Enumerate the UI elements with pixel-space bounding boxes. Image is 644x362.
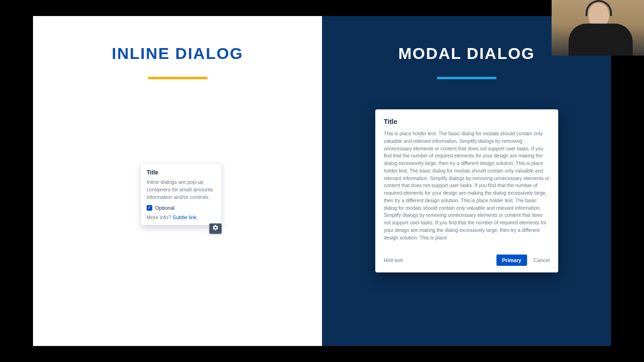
subtle-link[interactable]: Subtle link <box>173 214 197 220</box>
cancel-button[interactable]: Cancel <box>534 257 550 263</box>
modal-dialog: Title This is place holder text. The bas… <box>375 109 558 272</box>
modal-dialog-panel: MODAL DIALOG Title This is place holder … <box>322 16 611 346</box>
inline-dialog-wrapper: Title Inline dialogs are pop-up containe… <box>140 163 222 225</box>
modal-actions: Primary Cancel <box>496 255 550 266</box>
modal-dialog-title: Title <box>384 118 550 125</box>
gear-icon <box>212 224 219 233</box>
heading-underline-cyan <box>437 77 496 79</box>
presenter-torso-shape <box>569 24 633 56</box>
inline-dialog-footer-text: More info? <box>147 214 171 220</box>
modal-hint-text: Hint text <box>384 257 403 263</box>
primary-button[interactable]: Primary <box>496 255 527 266</box>
inline-dialog-footer: More info? Subtle link <box>147 214 215 220</box>
modal-dialog-body: This is place holder text. The basic dia… <box>384 130 550 241</box>
inline-dialog-heading: INLINE DIALOG <box>33 44 322 63</box>
checkbox-checked-icon[interactable]: ✓ <box>147 205 152 211</box>
slide-stage: INLINE DIALOG Title Inline dialogs are p… <box>33 16 611 346</box>
inline-dialog-panel: INLINE DIALOG Title Inline dialogs are p… <box>33 16 322 346</box>
inline-dialog-checkbox-row[interactable]: ✓ Optional <box>147 205 215 211</box>
inline-dialog-body: Inline dialogs are pop-up containers for… <box>147 179 215 201</box>
webcam-overlay <box>552 0 644 56</box>
settings-button[interactable] <box>209 223 222 234</box>
inline-dialog-checkbox-label: Optional <box>155 205 174 211</box>
inline-dialog: Title Inline dialogs are pop-up containe… <box>140 163 222 225</box>
modal-dialog-footer: Hint text Primary Cancel <box>384 255 550 266</box>
heading-underline-orange <box>148 77 207 79</box>
inline-dialog-title: Title <box>147 169 215 176</box>
